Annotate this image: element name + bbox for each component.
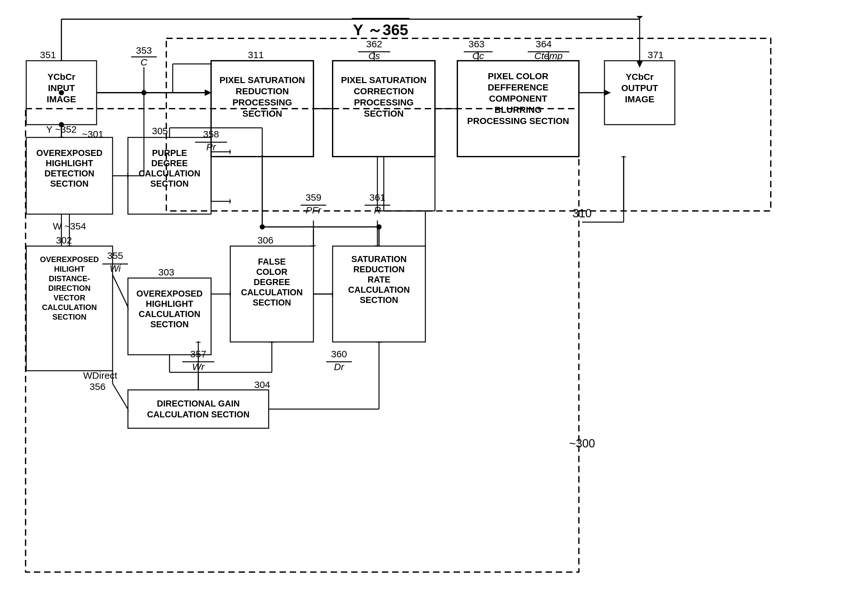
svg-point-178 — [59, 90, 64, 95]
svg-text:PURPLE: PURPLE — [152, 148, 187, 158]
svg-text:353: 353 — [136, 45, 152, 56]
svg-text:IMAGE: IMAGE — [625, 94, 654, 104]
ycbcr-input-label: YCbCr — [47, 72, 75, 82]
svg-text:FALSE: FALSE — [258, 257, 286, 267]
svg-text:CALCULATION SECTION: CALCULATION SECTION — [147, 410, 249, 419]
title-y365: Y ～365 — [353, 21, 408, 39]
svg-text:358: 358 — [203, 129, 219, 140]
svg-text:355: 355 — [107, 250, 123, 261]
svg-text:304: 304 — [254, 379, 270, 390]
svg-text:359: 359 — [305, 192, 322, 203]
ref-351: 351 — [40, 49, 56, 60]
svg-text:362: 362 — [366, 39, 382, 49]
svg-text:SECTION: SECTION — [150, 319, 189, 329]
svg-text:COMPONENT: COMPONENT — [489, 94, 547, 104]
svg-text:CALCULATION: CALCULATION — [42, 303, 97, 312]
svg-text:HIGHLIGHT: HIGHLIGHT — [146, 299, 194, 309]
svg-text:HILIGHT: HILIGHT — [54, 264, 85, 273]
svg-text:REDUCTION: REDUCTION — [236, 86, 289, 96]
svg-text:356: 356 — [89, 381, 106, 392]
svg-text:CALCULATION: CALCULATION — [139, 309, 201, 319]
svg-text:REDUCTION: REDUCTION — [353, 264, 405, 274]
svg-text:PFr: PFr — [306, 205, 322, 215]
svg-text:COLOR: COLOR — [256, 267, 287, 277]
svg-text:303: 303 — [158, 267, 174, 278]
svg-text:311: 311 — [248, 49, 264, 60]
svg-text:CALCULATION: CALCULATION — [348, 285, 410, 295]
svg-text:DEGREE: DEGREE — [151, 159, 188, 168]
svg-text:305: 305 — [152, 126, 168, 136]
svg-text:BLURRING: BLURRING — [494, 105, 542, 115]
svg-text:OVEREXPOSED: OVEREXPOSED — [136, 289, 202, 298]
svg-text:SECTION: SECTION — [253, 298, 291, 307]
svg-text:DIRECTIONAL GAIN: DIRECTIONAL GAIN — [157, 399, 240, 408]
svg-text:Pr: Pr — [206, 141, 216, 152]
svg-text:363: 363 — [469, 39, 485, 49]
svg-text:PROCESSING: PROCESSING — [232, 98, 292, 107]
svg-text:SECTION: SECTION — [52, 313, 87, 321]
svg-text:OVEREXPOSED: OVEREXPOSED — [36, 148, 102, 158]
svg-text:~301: ~301 — [82, 129, 104, 140]
svg-text:SATURATION: SATURATION — [351, 254, 407, 264]
svg-text:SECTION: SECTION — [364, 108, 403, 119]
svg-point-213 — [377, 224, 381, 229]
svg-rect-0 — [0, 0, 868, 597]
diagram-container: Y ～365 YCbCr INPUT IMAGE 351 PIXEL SATUR… — [0, 0, 868, 597]
svg-text:PIXEL SATURATION: PIXEL SATURATION — [341, 75, 427, 85]
svg-text:SECTION: SECTION — [243, 108, 282, 119]
svg-point-186 — [59, 122, 64, 127]
svg-text:360: 360 — [331, 349, 347, 359]
svg-text:HIGHLIGHT: HIGHLIGHT — [46, 159, 94, 168]
svg-text:310: 310 — [572, 207, 592, 220]
svg-text:PROCESSING: PROCESSING — [354, 98, 414, 107]
svg-text:YCbCr: YCbCr — [625, 72, 654, 82]
svg-text:306: 306 — [258, 235, 274, 245]
svg-text:RATE: RATE — [368, 275, 390, 284]
svg-text:CALCULATION: CALCULATION — [241, 288, 303, 297]
svg-text:PIXEL SATURATION: PIXEL SATURATION — [219, 75, 305, 85]
svg-text:IMAGE: IMAGE — [47, 94, 76, 104]
svg-text:OUTPUT: OUTPUT — [621, 83, 658, 93]
svg-text:364: 364 — [536, 39, 552, 49]
svg-text:SECTION: SECTION — [50, 179, 89, 189]
svg-text:Dr: Dr — [334, 361, 344, 372]
svg-text:CORRECTION: CORRECTION — [354, 86, 414, 96]
svg-text:DISTANCE-: DISTANCE- — [49, 274, 90, 283]
svg-text:VECTOR: VECTOR — [54, 293, 85, 302]
svg-text:PROCESSING SECTION: PROCESSING SECTION — [467, 116, 569, 126]
svg-text:DIRECTION: DIRECTION — [48, 284, 91, 293]
svg-text:DEGREE: DEGREE — [254, 278, 290, 287]
svg-text:Wi: Wi — [110, 263, 121, 273]
svg-text:371: 371 — [648, 49, 664, 60]
svg-text:~300: ~300 — [569, 437, 595, 450]
svg-text:DEFFERENCE: DEFFERENCE — [488, 82, 548, 92]
svg-point-212 — [260, 224, 265, 229]
svg-text:SECTION: SECTION — [360, 295, 398, 305]
svg-text:C: C — [140, 57, 147, 67]
svg-text:SECTION: SECTION — [150, 179, 189, 189]
svg-text:CALCULATION: CALCULATION — [139, 169, 201, 178]
svg-text:OVEREXPOSED: OVEREXPOSED — [40, 255, 99, 264]
svg-text:DETECTION: DETECTION — [45, 169, 94, 178]
svg-text:PIXEL COLOR: PIXEL COLOR — [488, 71, 548, 81]
